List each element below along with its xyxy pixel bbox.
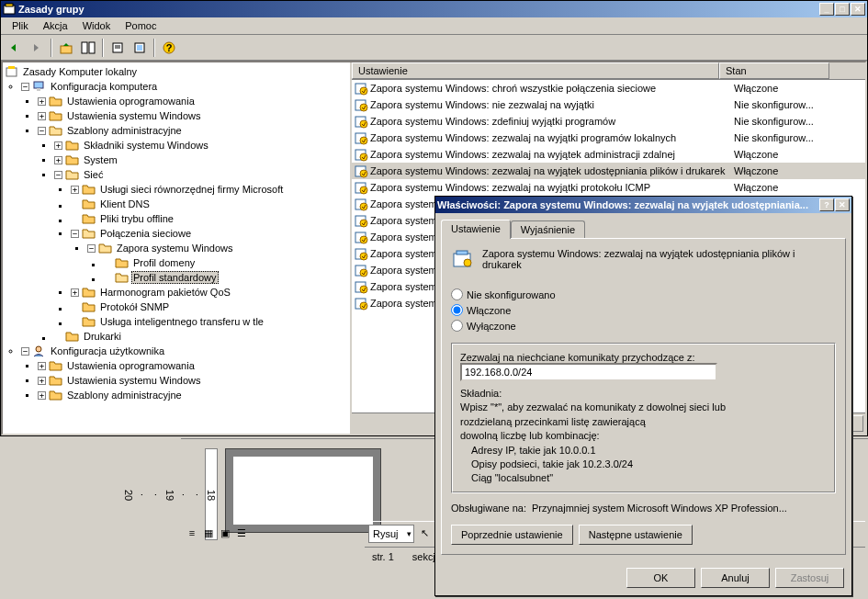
- expand-icon[interactable]: +: [71, 186, 79, 194]
- svg-point-44: [360, 302, 367, 310]
- supported-value: Przynajmniej system Microsoft Windows XP…: [532, 503, 787, 514]
- show-hide-button[interactable]: [78, 38, 98, 58]
- tree-printers[interactable]: Drukarki: [54, 329, 348, 344]
- prev-setting-button[interactable]: Poprzednie ustawienie: [451, 525, 573, 545]
- expand-icon[interactable]: +: [38, 391, 46, 400]
- tree-snmp[interactable]: Protokół SNMP: [71, 300, 348, 314]
- tree-user-admin[interactable]: +Szablony administracyjne: [38, 388, 348, 402]
- tree-sw-settings[interactable]: +Ustawienia oprogramowania: [38, 94, 348, 108]
- minimize-button[interactable]: _: [819, 3, 834, 16]
- properties-button[interactable]: [107, 38, 128, 58]
- draw-menu[interactable]: Rysuj: [368, 525, 414, 543]
- collapse-icon[interactable]: −: [54, 171, 62, 179]
- expand-icon[interactable]: +: [38, 362, 46, 370]
- folder-icon: [82, 183, 96, 196]
- tree-p2p[interactable]: +Usługi sieci równorzędnej firmy Microso…: [71, 182, 348, 197]
- tree-pane[interactable]: Zasady Komputer lokalny − Konfiguracja k…: [3, 62, 352, 434]
- close-button[interactable]: ✕: [851, 3, 865, 16]
- list-row[interactable]: Zapora systemu Windows: chroń wszystkie …: [352, 80, 865, 96]
- menu-file[interactable]: Plik: [5, 18, 36, 33]
- svg-rect-4: [89, 42, 95, 53]
- list-row[interactable]: Zapora systemu Windows: zezwalaj na wyją…: [352, 130, 865, 146]
- tree-firewall[interactable]: −Zapora systemu Windows: [87, 241, 348, 255]
- radio-enabled[interactable]: Włączone: [451, 304, 836, 316]
- folder-icon: [82, 315, 96, 328]
- maximize-button[interactable]: □: [835, 3, 850, 16]
- svg-point-36: [360, 236, 367, 243]
- word-view-buttons: ≡ ▦ ▣ ☰: [181, 521, 365, 545]
- app-icon: [3, 3, 16, 16]
- expand-icon[interactable]: +: [54, 141, 62, 150]
- list-row[interactable]: Zapora systemu Windows: zdefiniuj wyjątk…: [352, 113, 865, 130]
- expand-icon[interactable]: +: [38, 377, 46, 385]
- menubar: Plik Akcja Widok Pomoc: [1, 17, 867, 35]
- collapse-icon[interactable]: −: [21, 347, 29, 356]
- help-button[interactable]: ?: [159, 38, 179, 58]
- view-web-icon[interactable]: ▦: [201, 526, 216, 540]
- tree-network[interactable]: −Sieć: [54, 167, 348, 182]
- expand-icon[interactable]: +: [54, 156, 62, 164]
- export-button[interactable]: [130, 38, 150, 58]
- column-state[interactable]: Stan: [719, 62, 829, 79]
- view-normal-icon[interactable]: ≡: [185, 526, 199, 540]
- view-outline-icon[interactable]: ☰: [234, 526, 249, 540]
- tab-explain[interactable]: Wyjaśnienie: [511, 220, 585, 238]
- svg-point-22: [360, 120, 367, 128]
- collapse-icon[interactable]: −: [71, 230, 79, 238]
- tree-dns[interactable]: Klient DNS: [71, 197, 348, 211]
- tree-user-config[interactable]: −Konfiguracja użytkownika: [21, 344, 348, 358]
- list-row[interactable]: Zapora systemu Windows: nie zezwalaj na …: [352, 96, 865, 113]
- expand-icon[interactable]: +: [38, 97, 46, 106]
- collapse-icon[interactable]: −: [21, 83, 29, 91]
- dialog-close-button[interactable]: ✕: [835, 198, 850, 211]
- tree-domain-profile[interactable]: Profil domeny: [104, 255, 348, 270]
- cancel-button[interactable]: Anuluj: [701, 568, 770, 588]
- tree-win-components[interactable]: +Składniki systemu Windows: [54, 138, 348, 153]
- folder-icon: [49, 389, 63, 401]
- view-print-icon[interactable]: ▣: [218, 526, 232, 540]
- tree-offline[interactable]: Pliki trybu offline: [71, 211, 348, 226]
- tree-admin-templates[interactable]: −Szablony administracyjne: [38, 123, 348, 138]
- tree-user-sw[interactable]: +Ustawienia oprogramowania: [38, 358, 348, 373]
- collapse-icon[interactable]: −: [38, 127, 46, 135]
- tree-standard-profile[interactable]: Profil standardowy: [104, 270, 348, 285]
- tree-bits[interactable]: Usługa inteligentnego transferu w tle: [71, 314, 348, 329]
- policy-icon: [5, 65, 19, 78]
- menu-view[interactable]: Widok: [75, 18, 118, 33]
- dialog-help-button[interactable]: ?: [819, 198, 834, 211]
- tree-root[interactable]: Zasady Komputer lokalny: [5, 64, 348, 79]
- radio-disabled[interactable]: Wyłączone: [451, 320, 836, 332]
- expand-icon[interactable]: +: [71, 288, 79, 297]
- list-row[interactable]: Zapora systemu Windows: zezwalaj na wyją…: [352, 146, 865, 163]
- tree-system[interactable]: +System: [54, 153, 348, 167]
- user-icon: [32, 345, 47, 357]
- tree-user-win[interactable]: +Ustawienia systemu Windows: [38, 373, 348, 388]
- radio-not-configured[interactable]: Nie skonfigurowano: [451, 288, 836, 300]
- tab-setting[interactable]: Ustawienie: [441, 220, 511, 239]
- tree-computer-config[interactable]: − Konfiguracja komputera: [21, 79, 348, 94]
- column-setting[interactable]: Ustawienie: [352, 62, 719, 79]
- tree-qos[interactable]: +Harmonogram pakietów QoS: [71, 285, 348, 300]
- collapse-icon[interactable]: −: [87, 244, 96, 253]
- ok-button[interactable]: OK: [626, 568, 695, 588]
- list-row[interactable]: Zapora systemu Windows: zezwalaj na wyją…: [352, 179, 865, 196]
- menu-action[interactable]: Akcja: [36, 18, 75, 33]
- expand-icon[interactable]: +: [38, 112, 46, 120]
- tree-win-settings[interactable]: +Ustawienia systemu Windows: [38, 108, 348, 123]
- allow-from-input[interactable]: [460, 363, 717, 381]
- svg-rect-9: [137, 45, 142, 51]
- forward-button[interactable]: [27, 38, 47, 58]
- folder-open-icon: [82, 227, 96, 240]
- tab-content: Zapora systemu Windows: zezwalaj na wyją…: [441, 238, 846, 555]
- list-row[interactable]: Zapora systemu Windows: zezwalaj na wyją…: [352, 163, 865, 179]
- policy-setting-icon: [354, 263, 368, 277]
- back-button[interactable]: [5, 38, 25, 58]
- setting-icon: [451, 248, 473, 270]
- next-setting-button[interactable]: Następne ustawienie: [579, 525, 693, 545]
- menu-help[interactable]: Pomoc: [118, 18, 163, 33]
- apply-button[interactable]: Zastosuj: [775, 568, 844, 588]
- up-button[interactable]: [56, 38, 76, 58]
- properties-dialog: Właściwości: Zapora systemu Windows: zez…: [434, 196, 852, 596]
- tree-netconn[interactable]: −Połączenia sieciowe: [71, 226, 348, 241]
- select-icon[interactable]: ↖: [418, 526, 433, 541]
